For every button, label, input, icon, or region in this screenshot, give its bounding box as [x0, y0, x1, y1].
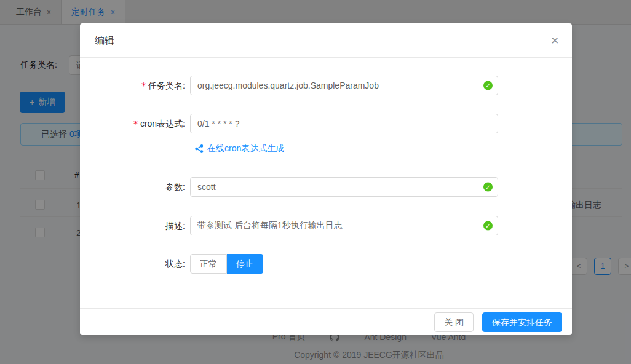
- valid-check-icon: ✓: [483, 81, 493, 90]
- modal-header: 编辑 ✕: [80, 23, 572, 58]
- required-asterisk: *: [141, 81, 146, 90]
- edit-task-form: *任务类名: ✓ *cron表达式:: [80, 58, 572, 274]
- status-radio-group: 正常 停止: [190, 254, 263, 274]
- form-row-description: 描述: ✓: [95, 216, 498, 235]
- cron-input[interactable]: [190, 114, 498, 133]
- form-row-status: 状态: 正常 停止: [95, 254, 498, 274]
- valid-check-icon: ✓: [483, 183, 493, 192]
- close-icon[interactable]: ✕: [538, 23, 572, 58]
- modal-footer: 关 闭 保存并安排任务: [80, 308, 572, 335]
- required-asterisk: *: [133, 119, 138, 129]
- status-option-normal[interactable]: 正常: [190, 254, 227, 274]
- cron-generator-link[interactable]: 在线cron表达式生成: [207, 143, 284, 154]
- description-label: 描述:: [95, 216, 190, 235]
- valid-check-icon: ✓: [483, 221, 493, 231]
- form-row-param: 参数: ✓: [95, 177, 498, 197]
- close-button[interactable]: 关 闭: [434, 312, 474, 332]
- param-input[interactable]: [190, 177, 498, 197]
- modal-title: 编辑: [95, 33, 557, 48]
- status-label: 状态:: [95, 254, 190, 274]
- cron-generator-row: 在线cron表达式生成: [195, 143, 498, 155]
- job-class-label: *任务类名:: [95, 76, 190, 95]
- form-row-job-class: *任务类名: ✓: [95, 76, 498, 95]
- edit-task-modal: 编辑 ✕ *任务类名: ✓ *cron表达式:: [80, 23, 572, 335]
- description-input[interactable]: [190, 216, 498, 235]
- status-option-stopped[interactable]: 停止: [227, 254, 263, 274]
- form-row-cron: *cron表达式:: [95, 114, 498, 133]
- save-and-schedule-button[interactable]: 保存并安排任务: [482, 312, 562, 332]
- param-label: 参数:: [95, 177, 190, 197]
- job-class-input[interactable]: [190, 76, 498, 95]
- share-alt-icon: [195, 144, 204, 153]
- cron-label: *cron表达式:: [95, 114, 190, 133]
